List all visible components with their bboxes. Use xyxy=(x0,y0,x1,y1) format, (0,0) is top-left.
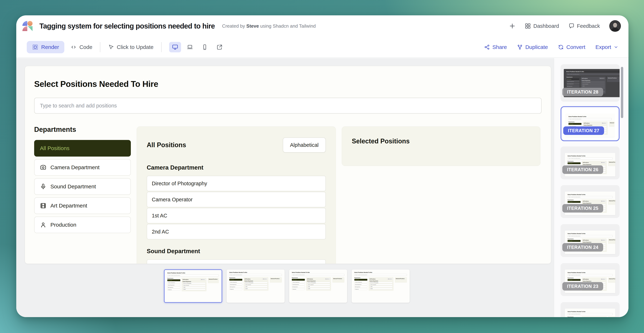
iterations-scrollbar[interactable] xyxy=(621,67,623,118)
iteration-badge: ITERATION 25 xyxy=(562,204,603,213)
fork-icon xyxy=(517,44,523,50)
click-to-update-button[interactable]: Click to Update xyxy=(108,44,154,50)
mini-search-input: Type to search and add positions xyxy=(354,274,407,276)
window-header: Tagging system for selecting positions n… xyxy=(16,15,628,37)
iteration-card-28[interactable]: Select Positions Needed To Hire Type to … xyxy=(560,64,620,102)
mini-app-preview: Select Positions Needed To Hire Type to … xyxy=(352,270,410,303)
dashboard-grid-icon xyxy=(524,23,531,29)
iteration-badge: ITERATION 23 xyxy=(562,282,603,291)
film-icon xyxy=(40,202,46,209)
mini-departments: Departments All Positions Camera Departm… xyxy=(292,277,305,290)
avatar-photo xyxy=(609,20,621,32)
all-positions-panel: All Positions Alphabetical Camera Depart… xyxy=(136,126,336,264)
new-project-button[interactable] xyxy=(509,22,516,30)
author-name: Steve xyxy=(246,23,259,29)
user-avatar[interactable] xyxy=(609,20,621,32)
feedback-link[interactable]: Feedback xyxy=(568,23,600,29)
convert-button[interactable]: Convert xyxy=(558,44,585,50)
toolbar: Render Code Click to Update xyxy=(16,37,628,58)
mini-search-input: Type to search and add positions xyxy=(568,196,612,198)
mini-departments: Departments All Positions Camera Departm… xyxy=(167,278,180,291)
mini-all-positions: All Positions Alphabetical Camera Depart… xyxy=(582,316,607,317)
mini-app-preview: Select Positions Needed To Hire Type to … xyxy=(565,309,615,317)
department-sound-button[interactable]: Sound Department xyxy=(34,178,131,195)
mini-all-positions: All Positions Alphabetical Camera Depart… xyxy=(306,277,331,291)
convert-refresh-icon xyxy=(558,44,564,50)
group-heading-sound: Sound Department xyxy=(147,248,326,255)
position-row[interactable]: Camera Operator xyxy=(147,192,326,207)
desktop-background: Tagging system for selecting positions n… xyxy=(0,0,644,333)
position-row[interactable]: Sound Mixer xyxy=(147,259,326,264)
department-production-button[interactable]: Production xyxy=(34,217,131,233)
render-frame-icon xyxy=(32,44,38,50)
mini-search-input: Type to search and add positions xyxy=(568,274,612,276)
mini-departments: Departments All Positions Camera Departm… xyxy=(229,277,242,290)
device-phone-button[interactable] xyxy=(199,42,211,52)
mini-selected-positions: Selected Positions xyxy=(270,277,282,283)
thumbnail[interactable]: Select Positions Needed To Hire Type to … xyxy=(226,269,285,303)
dashboard-link[interactable]: Dashboard xyxy=(524,23,559,29)
iteration-card-26[interactable]: Select Positions Needed To Hire Type to … xyxy=(560,146,620,179)
thumbnail-selected[interactable]: Select Positions Needed To Hire Type to … xyxy=(164,269,222,303)
feedback-bubble-icon xyxy=(568,23,574,29)
position-row[interactable]: 2nd AC xyxy=(147,224,326,240)
iteration-badge-selected: ITERATION 27 xyxy=(563,126,604,135)
position-search-input[interactable] xyxy=(34,98,542,114)
mini-app-heading: Select Positions Needed To Hire xyxy=(354,272,407,273)
app-builder-window: Tagging system for selecting positions n… xyxy=(16,15,628,317)
department-camera-button[interactable]: Camera Department xyxy=(34,159,131,176)
department-art-button[interactable]: Art Department xyxy=(34,197,131,214)
iteration-card-23[interactable]: Select Positions Needed To Hire Type to … xyxy=(560,263,620,296)
mini-app-heading: Select Positions Needed To Hire xyxy=(568,116,612,117)
iteration-card-24[interactable]: Select Positions Needed To Hire Type to … xyxy=(560,224,620,257)
iteration-card-27[interactable]: Select Positions Needed To Hire Type to … xyxy=(560,106,620,141)
plus-icon xyxy=(509,22,516,30)
iteration-card-partial[interactable]: Select Positions Needed To Hire Type to … xyxy=(560,302,620,317)
iteration-card-25[interactable]: Select Positions Needed To Hire Type to … xyxy=(560,185,620,218)
tab-render[interactable]: Render xyxy=(27,41,64,53)
mini-selected-positions: Selected Positions xyxy=(608,277,615,283)
mini-all-positions: All Positions Alphabetical Camera Depart… xyxy=(368,277,394,291)
toolbar-divider xyxy=(161,42,162,52)
mini-selected-positions: Selected Positions xyxy=(332,277,344,283)
group-heading-camera: Camera Department xyxy=(147,164,326,171)
mini-selected-positions: Selected Positions xyxy=(208,278,219,283)
thumbnail-strip: Select Positions Needed To Hire Type to … xyxy=(164,269,410,303)
device-laptop-button[interactable] xyxy=(184,42,196,52)
position-row[interactable]: Director of Photography xyxy=(147,176,326,191)
tab-code[interactable]: Code xyxy=(70,44,92,50)
device-desktop-button[interactable] xyxy=(169,42,181,52)
camera-icon xyxy=(40,164,46,171)
mini-all-positions: All Positions Alphabetical Camera Depart… xyxy=(244,277,268,291)
iteration-partial-preview: Select Positions Needed To Hire Type to … xyxy=(565,309,615,317)
mini-app-heading: Select Positions Needed To Hire xyxy=(292,272,344,273)
chevron-down-icon xyxy=(614,45,618,49)
position-row[interactable]: 1st AC xyxy=(147,208,326,223)
selected-positions-heading: Selected Positions xyxy=(352,137,530,145)
duplicate-button[interactable]: Duplicate xyxy=(517,44,548,50)
dashboard-label: Dashboard xyxy=(534,23,559,29)
mini-selected-positions: Selected Positions xyxy=(608,238,615,244)
iterations-panel: Select Positions Needed To Hire Type to … xyxy=(554,58,628,317)
departments-heading: Departments xyxy=(34,126,131,133)
department-all-positions-button[interactable]: All Positions xyxy=(34,140,131,157)
preview-canvas: Select Positions Needed To Hire Departme… xyxy=(16,58,554,317)
share-button[interactable]: Share xyxy=(484,44,507,50)
thumbnail[interactable]: Select Positions Needed To Hire Type to … xyxy=(289,269,347,303)
thumbnail[interactable]: Select Positions Needed To Hire Type to … xyxy=(352,269,410,303)
mini-search-input: Type to search and add positions xyxy=(568,157,612,159)
mini-selected-positions: Selected Positions xyxy=(608,199,615,205)
export-button[interactable]: Export xyxy=(596,44,618,50)
code-icon xyxy=(70,44,76,50)
mini-selected-positions: Selected Positions xyxy=(608,161,615,166)
mini-selected-positions: Selected Positions xyxy=(608,316,615,317)
feedback-label: Feedback xyxy=(577,23,600,29)
mini-app-preview: Select Positions Needed To Hire Type to … xyxy=(164,270,222,302)
iteration-badge: ITERATION 26 xyxy=(562,165,603,174)
iteration-badge: ITERATION 28 xyxy=(562,88,603,96)
mini-app-heading: Select Positions Needed To Hire xyxy=(568,155,612,157)
alphabetical-sort-button[interactable]: Alphabetical xyxy=(283,137,326,153)
project-title: Tagging system for selecting positions n… xyxy=(40,22,215,30)
open-preview-button[interactable] xyxy=(214,42,226,52)
mini-search-input: Type to search and add positions xyxy=(229,274,282,276)
